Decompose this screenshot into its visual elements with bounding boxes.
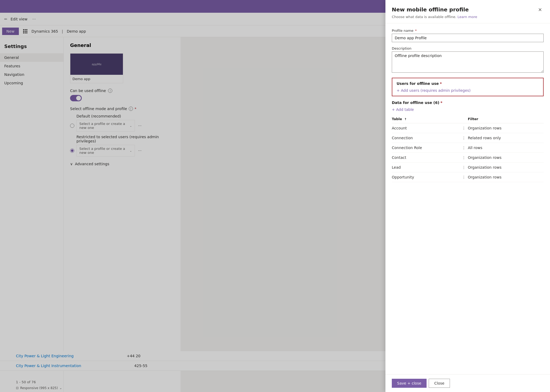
panel-header: New mobile offline profile ✕ Choose what…	[385, 0, 550, 23]
table-cell-filter: Organization rows	[468, 123, 544, 133]
panel-body: Profile name * Description Offline profi…	[385, 23, 550, 374]
table-cell-name: Lead	[392, 163, 460, 172]
panel-footer: Save + close Close	[385, 374, 550, 392]
users-section: Users for offline use * + Add users (req…	[392, 78, 544, 96]
table-cell-filter: Related rows only	[468, 133, 544, 143]
panel-subtitle: Choose what data is available offline. L…	[392, 15, 544, 19]
learn-more-link[interactable]: Learn more	[458, 15, 477, 19]
description-input[interactable]: Offline profile description	[392, 51, 544, 73]
add-table-button[interactable]: + Add table	[392, 107, 414, 112]
panel-close-button[interactable]: ✕	[536, 6, 544, 13]
table-cell-filter: Organization rows	[468, 172, 544, 182]
table-cell-dots[interactable]: ⋮	[460, 163, 468, 172]
table-cell-dots[interactable]: ⋮	[460, 153, 468, 163]
panel-title: New mobile offline profile	[392, 6, 469, 13]
save-close-button[interactable]: Save + close	[392, 379, 427, 388]
table-col-header: Table ↑	[392, 115, 460, 123]
close-button[interactable]: Close	[429, 379, 450, 388]
table-cell-name: Opportunity	[392, 172, 460, 182]
users-required-star: *	[440, 81, 442, 86]
profile-name-input[interactable]	[392, 34, 544, 42]
add-users-button[interactable]: + Add users (requires admin privileges)	[397, 88, 471, 93]
description-field: Description Offline profile description	[392, 46, 544, 73]
table-row: Contact ⋮ Organization rows	[392, 153, 544, 163]
table-cell-name: Contact	[392, 153, 460, 163]
table-row: Lead ⋮ Organization rows	[392, 163, 544, 172]
menu-col-header	[460, 115, 468, 123]
profile-name-field: Profile name *	[392, 29, 544, 42]
table-cell-filter: Organization rows	[468, 163, 544, 172]
table-row: Opportunity ⋮ Organization rows	[392, 172, 544, 182]
table-cell-dots[interactable]: ⋮	[460, 172, 468, 182]
data-required-star: *	[440, 101, 442, 105]
table-cell-filter: Organization rows	[468, 153, 544, 163]
new-offline-profile-panel: New mobile offline profile ✕ Choose what…	[385, 0, 550, 392]
profile-name-label: Profile name *	[392, 29, 544, 33]
table-cell-name: Connection Role	[392, 143, 460, 153]
table-cell-name: Connection	[392, 133, 460, 143]
data-section-header: Data for offline use (6) *	[392, 101, 544, 105]
data-table: Table ↑ Filter Account ⋮ Organization ro…	[392, 115, 544, 182]
sort-icon: ↑	[404, 117, 407, 121]
profile-name-required: *	[415, 29, 417, 33]
table-cell-dots[interactable]: ⋮	[460, 143, 468, 153]
table-cell-name: Account	[392, 123, 460, 133]
table-row: Connection ⋮ Related rows only	[392, 133, 544, 143]
table-cell-dots[interactable]: ⋮	[460, 133, 468, 143]
description-label: Description	[392, 46, 544, 50]
table-cell-filter: All rows	[468, 143, 544, 153]
filter-col-header: Filter	[468, 115, 544, 123]
users-section-header: Users for offline use *	[397, 81, 539, 86]
data-section: Data for offline use (6) * + Add table T…	[392, 101, 544, 182]
table-row: Connection Role ⋮ All rows	[392, 143, 544, 153]
table-cell-dots[interactable]: ⋮	[460, 123, 468, 133]
table-row: Account ⋮ Organization rows	[392, 123, 544, 133]
